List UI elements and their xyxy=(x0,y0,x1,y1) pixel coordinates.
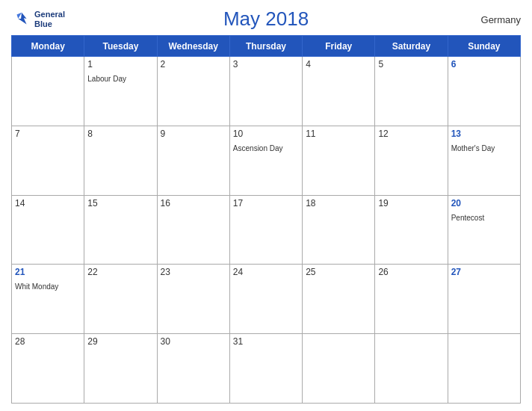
table-row: 1Labour Day xyxy=(84,57,157,126)
day-number: 29 xyxy=(87,336,153,347)
table-row: 31 xyxy=(229,334,302,404)
table-row: 27 xyxy=(448,265,520,334)
day-number: 6 xyxy=(451,59,517,69)
day-number: 5 xyxy=(378,59,444,69)
table-row: 21Whit Monday xyxy=(12,265,84,334)
table-row: 29 xyxy=(84,334,157,404)
day-number: 14 xyxy=(15,198,81,208)
day-number: 3 xyxy=(233,59,299,69)
day-number: 12 xyxy=(378,129,444,139)
day-number: 23 xyxy=(161,267,226,277)
calendar-table: Monday Tuesday Wednesday Thursday Friday… xyxy=(11,35,521,404)
day-number: 8 xyxy=(87,129,153,139)
day-number: 22 xyxy=(87,267,153,277)
holiday-label: Pentecost xyxy=(451,214,484,222)
logo-text: General Blue xyxy=(34,10,65,28)
table-row: 26 xyxy=(375,265,448,334)
table-row: 4 xyxy=(303,57,375,126)
table-row: 20Pentecost xyxy=(448,195,520,265)
day-number: 2 xyxy=(161,59,226,69)
calendar-week-3: 14151617181920Pentecost xyxy=(12,195,521,265)
table-row: 17 xyxy=(229,195,302,265)
day-number: 7 xyxy=(15,129,81,139)
calendar-title: May 2018 xyxy=(223,7,309,31)
calendar-week-2: 78910Ascension Day111213Mother's Day xyxy=(12,126,521,195)
header-wednesday: Wednesday xyxy=(157,36,229,57)
table-row: 19 xyxy=(375,195,448,265)
table-row xyxy=(303,334,375,404)
holiday-label: Whit Monday xyxy=(15,282,58,291)
day-number: 31 xyxy=(233,336,299,347)
day-number: 26 xyxy=(378,267,444,277)
table-row: 28 xyxy=(12,334,84,404)
table-row: 15 xyxy=(84,195,157,265)
table-row: 16 xyxy=(157,195,229,265)
day-number: 13 xyxy=(451,129,517,139)
day-number: 24 xyxy=(233,267,299,277)
table-row: 30 xyxy=(157,334,229,404)
calendar-week-1: 1Labour Day23456 xyxy=(12,57,521,126)
day-number: 15 xyxy=(87,198,153,208)
country-label: Germany xyxy=(481,13,521,25)
day-number: 19 xyxy=(378,198,444,208)
table-row xyxy=(448,334,520,404)
day-number: 27 xyxy=(451,267,517,277)
table-row: 7 xyxy=(12,126,84,195)
holiday-label: Mother's Day xyxy=(451,144,495,152)
svg-marker-1 xyxy=(16,12,22,18)
table-row xyxy=(12,57,84,126)
table-row: 25 xyxy=(303,265,375,334)
weekday-header-row: Monday Tuesday Wednesday Thursday Friday… xyxy=(12,36,521,57)
table-row: 24 xyxy=(229,265,302,334)
header: General Blue May 2018 Germany xyxy=(11,7,521,31)
day-number: 11 xyxy=(306,129,371,139)
logo: General Blue xyxy=(11,9,65,30)
table-row: 6 xyxy=(448,57,520,126)
day-number: 4 xyxy=(306,59,371,69)
day-number: 18 xyxy=(306,198,371,208)
day-number: 9 xyxy=(161,129,226,139)
table-row: 5 xyxy=(375,57,448,126)
header-saturday: Saturday xyxy=(375,36,448,57)
table-row: 12 xyxy=(375,126,448,195)
header-sunday: Sunday xyxy=(448,36,520,57)
page: General Blue May 2018 Germany Monday Tue… xyxy=(0,0,532,411)
calendar-week-4: 21Whit Monday222324252627 xyxy=(12,265,521,334)
table-row: 11 xyxy=(303,126,375,195)
table-row: 22 xyxy=(84,265,157,334)
table-row: 23 xyxy=(157,265,229,334)
calendar-week-5: 28293031 xyxy=(12,334,521,404)
table-row: 14 xyxy=(12,195,84,265)
day-number: 17 xyxy=(233,198,299,208)
day-number: 1 xyxy=(87,59,153,69)
header-thursday: Thursday xyxy=(229,36,302,57)
header-tuesday: Tuesday xyxy=(84,36,157,57)
table-row: 2 xyxy=(157,57,229,126)
day-number: 30 xyxy=(161,336,226,347)
table-row: 13Mother's Day xyxy=(448,126,520,195)
holiday-label: Labour Day xyxy=(87,75,126,83)
table-row: 3 xyxy=(229,57,302,126)
day-number: 16 xyxy=(161,198,226,208)
header-monday: Monday xyxy=(12,36,84,57)
table-row: 18 xyxy=(303,195,375,265)
table-row: 8 xyxy=(84,126,157,195)
day-number: 10 xyxy=(233,129,299,139)
day-number: 28 xyxy=(15,336,81,347)
logo-icon xyxy=(11,9,32,30)
day-number: 21 xyxy=(15,267,81,277)
header-friday: Friday xyxy=(303,36,375,57)
table-row: 10Ascension Day xyxy=(229,126,302,195)
holiday-label: Ascension Day xyxy=(233,144,283,152)
table-row xyxy=(375,334,448,404)
day-number: 25 xyxy=(306,267,371,277)
day-number: 20 xyxy=(451,198,517,208)
table-row: 9 xyxy=(157,126,229,195)
